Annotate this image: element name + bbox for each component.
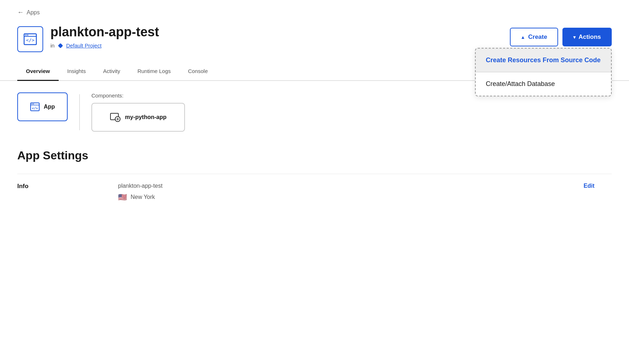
settings-app-name-value: plankton-app-test <box>118 183 584 189</box>
settings-edit-button[interactable]: Edit <box>584 183 612 189</box>
settings-section: App Settings Info plankton-app-test 🇺🇸 N… <box>17 149 612 210</box>
components-divider <box>79 94 80 130</box>
project-prefix: in <box>50 42 55 49</box>
tab-runtime-logs[interactable]: Runtime Logs <box>129 62 180 81</box>
us-flag-icon: 🇺🇸 <box>118 193 127 201</box>
settings-info-values: plankton-app-test 🇺🇸 New York <box>118 183 584 201</box>
header-left: </> plankton-app-test in Default Project <box>17 25 159 52</box>
component-card-python-app[interactable]: my-python-app <box>91 103 185 132</box>
app-icon: </> <box>23 32 37 46</box>
project-diamond-icon <box>57 42 64 49</box>
tab-overview[interactable]: Overview <box>17 62 59 81</box>
components-section: </> App Components: my-python-app <box>17 92 612 132</box>
tab-console[interactable]: Console <box>180 62 217 81</box>
dropdown-item-create-database[interactable]: Create/Attach Database <box>476 72 611 96</box>
svg-point-9 <box>33 104 34 104</box>
components-right: Components: my-python-app <box>91 92 185 132</box>
app-card[interactable]: </> App <box>17 92 68 121</box>
component-card-icon <box>110 112 121 123</box>
main-content: </> App Components: my-python-app App Se… <box>0 81 629 222</box>
create-dropdown-menu: Create Resources From Source Code Create… <box>475 48 612 96</box>
header-buttons: ▲ Create ▾ Actions Create Resources From… <box>510 25 612 46</box>
settings-info-row: Info plankton-app-test 🇺🇸 New York Edit <box>17 174 612 210</box>
header-title-area: plankton-app-test in Default Project <box>50 25 159 49</box>
actions-chevron-icon: ▾ <box>573 35 576 40</box>
app-card-label: App <box>44 104 55 110</box>
tab-insights[interactable]: Insights <box>59 62 95 81</box>
create-button-label: Create <box>528 33 547 41</box>
back-nav[interactable]: ← Apps <box>0 0 629 21</box>
component-card-label: my-python-app <box>125 114 167 120</box>
back-arrow-icon: ← <box>17 9 24 16</box>
tab-activity[interactable]: Activity <box>94 62 129 81</box>
svg-point-3 <box>27 35 28 36</box>
app-card-icon: </> <box>30 102 40 112</box>
settings-info-label: Info <box>17 183 118 190</box>
app-icon-box: </> <box>17 26 43 52</box>
settings-region-row: 🇺🇸 New York <box>118 193 584 201</box>
back-nav-label: Apps <box>27 9 40 16</box>
project-link-row: in Default Project <box>50 42 159 49</box>
create-button[interactable]: ▲ Create <box>510 28 558 46</box>
create-chevron-icon: ▲ <box>521 35 525 40</box>
app-title: plankton-app-test <box>50 25 159 39</box>
settings-region-value: New York <box>131 194 155 200</box>
page-header: </> plankton-app-test in Default Project… <box>0 21 629 59</box>
dropdown-item-create-resources[interactable]: Create Resources From Source Code <box>476 49 611 72</box>
components-label: Components: <box>91 92 185 99</box>
actions-button[interactable]: ▾ Actions <box>562 28 612 46</box>
project-link[interactable]: Default Project <box>66 42 101 49</box>
svg-rect-5 <box>58 43 63 48</box>
svg-point-8 <box>32 104 32 104</box>
svg-text:</>: </> <box>26 37 35 43</box>
svg-point-2 <box>26 35 27 36</box>
svg-text:</>: </> <box>32 106 38 110</box>
actions-button-label: Actions <box>579 33 601 41</box>
settings-title: App Settings <box>17 149 612 162</box>
